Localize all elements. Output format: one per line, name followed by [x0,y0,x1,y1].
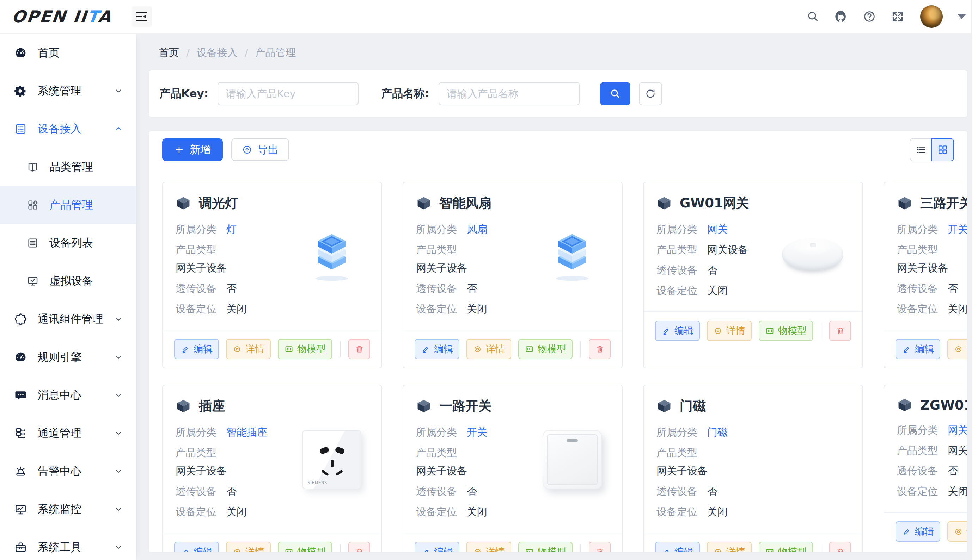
field-value[interactable]: 门磁 [707,426,728,438]
field-value[interactable]: 网关 [948,424,968,436]
field-value[interactable]: 开关 [467,426,487,438]
sidebar-item-消息中心[interactable]: 消息中心 [0,376,136,414]
cube-icon [657,195,672,211]
sidebar-item-规则引擎[interactable]: 规则引擎 [0,338,136,376]
product-title: ZGW01 [920,398,968,413]
list-icon [27,237,39,249]
breadcrumb-item[interactable]: 设备接入 [197,46,237,60]
field-value[interactable]: 开关 [948,223,968,235]
detail-button[interactable]: 详情 [466,542,511,553]
detail-button[interactable]: 详情 [226,339,271,359]
field-value[interactable]: 网关 [707,223,728,235]
divider [821,544,821,553]
detail-button[interactable]: 详情 [947,521,968,542]
field-row: 设备定位关闭 [897,302,968,315]
field-value: 网关设备 [707,244,748,256]
alarm-icon [14,465,27,478]
sidebar-item-系统工具[interactable]: 系统工具 [0,528,136,560]
sidebar-item-产品管理[interactable]: 产品管理 [0,186,136,224]
sidebar-item-设备接入[interactable]: 设备接入 [0,110,136,148]
thing-model-button[interactable]: 物模型 [278,339,332,359]
field-row: 所属分类网关 [657,223,773,236]
sidebar-menu: 首页系统管理设备接入品类管理产品管理设备列表虚拟设备通讯组件管理规则引擎消息中心… [0,34,136,560]
thing-model-button[interactable]: 物模型 [759,542,813,553]
field-row: 所属分类灯 [176,223,292,236]
avatar[interactable] [920,5,943,28]
chev-down-icon [114,504,124,514]
edit-button[interactable]: 编辑 [655,542,700,553]
sidebar-item-虚拟设备[interactable]: 虚拟设备 [0,262,136,300]
help-icon[interactable] [863,10,876,23]
thing-model-button[interactable]: 物模型 [759,320,813,341]
delete-button[interactable] [348,542,370,553]
delete-button[interactable] [829,320,851,341]
field-row: 透传设备否 [176,282,292,295]
field-label: 产品类型 [416,447,457,458]
product-fields: 所属分类灯产品类型网关子设备透传设备否设备定位关闭 [176,223,292,315]
breadcrumb-item[interactable]: 产品管理 [255,46,296,60]
search-button[interactable] [600,82,630,105]
list-view-toggle[interactable] [909,138,932,161]
delete-button[interactable] [829,542,851,553]
divider [340,544,341,553]
detail-button[interactable]: 详情 [707,320,752,341]
sidebar-item-label: 虚拟设备 [49,274,93,288]
field-value: 关闭 [226,303,247,315]
export-button[interactable]: 导出 [231,138,289,161]
action-label: 编辑 [434,343,453,355]
github-icon[interactable] [834,10,848,23]
product-card-footer: 编辑 详情 物模型 [884,330,968,368]
product-key-input[interactable] [217,82,359,105]
field-label: 所属分类 [897,223,938,235]
edit-button[interactable]: 编辑 [174,339,219,359]
sidebar-item-系统管理[interactable]: 系统管理 [0,72,136,110]
detail-button[interactable]: 详情 [226,542,271,553]
sidebar-item-系统监控[interactable]: 系统监控 [0,490,136,528]
scrollbar[interactable] [971,0,978,560]
thing-model-button[interactable]: 物模型 [518,542,573,553]
sidebar-item-通讯组件管理[interactable]: 通讯组件管理 [0,300,136,338]
cube-icon [176,195,191,211]
search-icon[interactable] [806,10,820,23]
chev-down-icon [114,428,124,438]
model-icon [525,345,534,354]
sidebar-item-首页[interactable]: 首页 [0,34,136,72]
grid-view-toggle[interactable] [931,138,954,161]
product-name-input[interactable] [439,82,580,105]
sidebar-collapse-button[interactable] [132,6,152,27]
thing-model-button[interactable]: 物模型 [518,339,573,359]
delete-button[interactable] [589,339,611,359]
field-label: 设备定位 [176,303,216,315]
add-button[interactable]: 新增 [162,138,223,161]
model-icon [284,547,294,553]
sidebar-item-品类管理[interactable]: 品类管理 [0,148,136,186]
detail-button[interactable]: 详情 [947,339,968,359]
edit-button[interactable]: 编辑 [415,339,460,359]
field-value[interactable]: 智能插座 [226,426,267,438]
product-title: GW01网关 [680,194,749,212]
action-label: 物模型 [297,343,326,355]
edit-button[interactable]: 编辑 [174,542,219,553]
chev-down-icon [114,390,124,400]
divider [821,323,821,338]
field-value[interactable]: 风扇 [467,223,487,235]
product-card-body: GW01网关 所属分类网关产品类型网关设备透传设备否设备定位关闭 [644,182,863,311]
edit-button[interactable]: 编辑 [655,320,700,341]
delete-button[interactable] [589,542,611,553]
detail-button[interactable]: 详情 [466,339,511,359]
detail-button[interactable]: 详情 [707,542,752,553]
delete-button[interactable] [348,339,370,359]
field-value[interactable]: 灯 [226,223,237,235]
edit-button[interactable]: 编辑 [896,521,940,542]
sidebar-item-设备列表[interactable]: 设备列表 [0,224,136,262]
edit-button[interactable]: 编辑 [415,542,460,553]
sidebar-item-告警中心[interactable]: 告警中心 [0,452,136,490]
fullscreen-icon[interactable] [891,10,904,23]
logo-text: OPEN II [11,7,89,26]
thing-model-button[interactable]: 物模型 [278,542,332,553]
action-label: 物模型 [778,324,807,337]
caret-down-icon[interactable] [958,14,966,19]
refresh-button[interactable] [639,82,662,105]
edit-button[interactable]: 编辑 [896,339,940,359]
sidebar-item-通道管理[interactable]: 通道管理 [0,414,136,452]
